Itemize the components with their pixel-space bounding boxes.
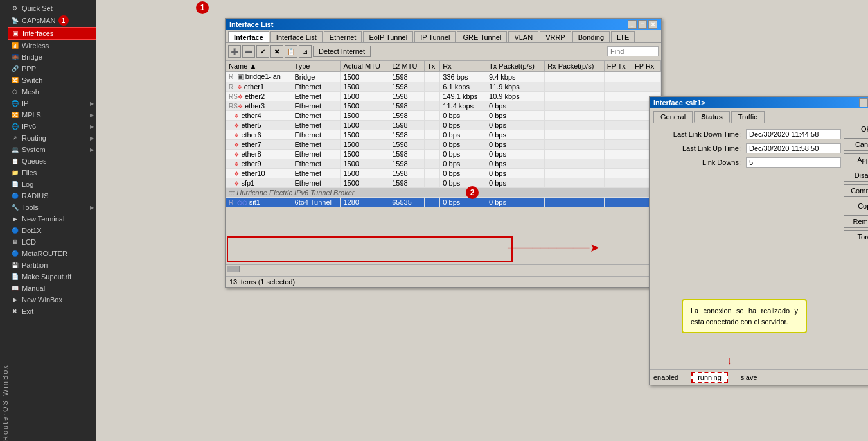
horizontal-scrollbar[interactable] (226, 264, 661, 272)
detect-internet-btn[interactable]: Detect Internet (313, 46, 371, 57)
interface-toolbar: ➕ ➖ ✔ ✖ 📋 ⊿ Detect Internet (226, 43, 661, 60)
add-btn[interactable]: ➕ (228, 45, 241, 58)
sidebar-item-system[interactable]: 💻 System ▶ (8, 144, 96, 155)
torch-button[interactable]: Torch (844, 230, 868, 243)
col-fp-tx[interactable]: FP Tx (604, 61, 632, 72)
table-row[interactable]: R ❖ ether1 Ethernet150015986.1 kbps11.9 … (226, 82, 661, 92)
sidebar-item-bridge[interactable]: 🌉 Bridge (8, 51, 96, 63)
remove-btn-toolbar[interactable]: ➖ (242, 45, 255, 58)
cancel-button[interactable]: Cancel (844, 138, 868, 151)
disable-btn-toolbar[interactable]: ✖ (270, 45, 283, 58)
maximize-btn[interactable]: □ (638, 20, 647, 29)
table-row[interactable]: ❖ sfp1 Ethernet150015980 bps0 bps (226, 178, 661, 188)
tab-eoip-tunnel[interactable]: EoIP Tunnel (363, 31, 413, 42)
col-tx-pps[interactable]: Tx Packet(p/s) (486, 61, 545, 72)
table-row[interactable]: RS❖ ether3 Ethernet1500159811.4 kbps0 bp… (226, 101, 661, 111)
sidebar-item-radius[interactable]: 🔵 RADIUS (8, 190, 96, 202)
table-row[interactable]: ❖ ether4 Ethernet150015980 bps0 bps (226, 111, 661, 121)
col-fp-rx[interactable]: FP Rx (632, 61, 661, 72)
table-row[interactable]: ❖ ether5 Ethernet150015980 bps0 bps (226, 121, 661, 130)
col-rx-pps[interactable]: Rx Packet(p/s) (545, 61, 605, 72)
exit-icon: ✖ (10, 307, 19, 316)
tools-icon: 🔧 (10, 203, 19, 212)
col-type[interactable]: Type (292, 61, 341, 72)
tab-bonding[interactable]: Bonding (572, 31, 610, 42)
sidebar-item-label: Interfaces (22, 30, 53, 37)
sidebar-item-new-terminal[interactable]: ▶ New Terminal (8, 213, 96, 225)
detail-tab-general[interactable]: General (653, 111, 693, 123)
disable-button[interactable]: Disable (844, 169, 868, 182)
sidebar-item-label: Routing (22, 134, 46, 142)
last-link-up-value[interactable] (746, 143, 841, 153)
sidebar-item-ipv6[interactable]: 🌐 IPv6 ▶ (8, 121, 96, 132)
tab-vrrp[interactable]: VRRP (540, 31, 571, 42)
last-link-down-value[interactable] (746, 129, 841, 139)
sidebar-item-files[interactable]: 📁 Files (8, 167, 96, 178)
action-buttons-panel: OK Cancel Apply Disable Comment Copy Rem… (844, 123, 868, 243)
link-downs-value[interactable] (746, 157, 841, 168)
sidebar-item-routing[interactable]: ↗ Routing ▶ (8, 132, 96, 144)
sidebar-item-dot1x[interactable]: 🔵 Dot1X (8, 225, 96, 236)
table-row[interactable]: R ▣ bridge1-lan Bridge15001598336 bps9.4… (226, 72, 661, 82)
sidebar-item-quick-set[interactable]: ⚙ Quick Set (8, 3, 96, 14)
find-input[interactable] (607, 46, 659, 56)
col-actual-mtu[interactable]: Actual MTU (341, 61, 389, 72)
sidebar-item-capsman[interactable]: 📡 CAPsMAN 1 (8, 14, 96, 27)
sidebar-item-label: Manual (22, 284, 45, 292)
sidebar-item-queues[interactable]: 📋 Queues (8, 155, 96, 167)
sidebar-item-interfaces[interactable]: ▣ Interfaces (8, 27, 96, 40)
tab-lte[interactable]: LTE (611, 31, 635, 42)
col-tx[interactable]: Tx (425, 61, 440, 72)
table-row[interactable]: ❖ ether6 Ethernet150015980 bps0 bps (226, 130, 661, 140)
interface-table-container[interactable]: Name ▲ Type Actual MTU L2 MTU Tx Rx Tx P… (226, 60, 661, 264)
sidebar-item-tools[interactable]: 🔧 Tools ▶ (8, 202, 96, 213)
detail-status-bar: enabled running slave (650, 369, 868, 385)
sidebar-item-switch[interactable]: 🔀 Switch (8, 74, 96, 86)
tab-gre-tunnel[interactable]: GRE Tunnel (457, 31, 507, 42)
sidebar-item-metarouter[interactable]: 🔵 MetaROUTER (8, 248, 96, 259)
sidebar-item-ip[interactable]: 🌐 IP ▶ (8, 98, 96, 109)
sidebar-item-exit[interactable]: ✖ Exit (8, 306, 96, 317)
sit1-row[interactable]: R ⬡⬡ sit1 6to4 Tunnel1280655350 bps0 bps (226, 198, 661, 207)
apply-button[interactable]: Apply (844, 153, 868, 166)
sidebar-item-make-supout[interactable]: 📄 Make Supout.rif (8, 271, 96, 282)
sidebar-item-mpls[interactable]: 🔀 MPLS ▶ (8, 109, 96, 121)
table-row[interactable]: ❖ ether10 Ethernet150015980 bps0 bps (226, 169, 661, 178)
table-row[interactable]: ❖ ether9 Ethernet150015980 bps0 bps (226, 159, 661, 169)
sidebar-item-new-winbox[interactable]: ▶ New WinBox (8, 294, 96, 306)
tab-ethernet[interactable]: Ethernet (324, 31, 362, 42)
col-l2-mtu[interactable]: L2 MTU (389, 61, 425, 72)
comment-button[interactable]: Comment (844, 184, 868, 197)
tab-interface-list[interactable]: Interface List (270, 31, 323, 42)
col-rx[interactable]: Rx (440, 61, 486, 72)
enabled-status: enabled (653, 374, 678, 381)
wireless-icon: 📶 (10, 41, 19, 50)
sidebar-item-mesh[interactable]: ⬡ Mesh (8, 86, 96, 98)
col-name[interactable]: Name ▲ (226, 61, 292, 72)
tab-vlan[interactable]: VLAN (508, 31, 538, 42)
sidebar-item-wireless[interactable]: 📶 Wireless (8, 40, 96, 51)
detail-tab-traffic[interactable]: Traffic (731, 111, 765, 123)
detail-minimize-btn[interactable]: _ (859, 98, 868, 107)
table-row[interactable]: RS❖ ether2 Ethernet15001598149.1 kbps10.… (226, 92, 661, 101)
detail-tab-status[interactable]: Status (694, 111, 730, 123)
table-row[interactable]: ❖ ether7 Ethernet150015980 bps0 bps (226, 140, 661, 150)
enable-btn[interactable]: ✔ (256, 45, 269, 58)
copy-btn-toolbar[interactable]: 📋 (285, 45, 297, 58)
sidebar-item-lcd[interactable]: 🖥 LCD (8, 236, 96, 248)
sidebar-item-partition[interactable]: 💾 Partition (8, 259, 96, 271)
table-row[interactable]: ❖ ether8 Ethernet150015980 bps0 bps (226, 150, 661, 159)
close-btn[interactable]: ✕ (648, 20, 657, 29)
sidebar-item-ppp[interactable]: 🔗 PPP (8, 63, 96, 74)
tab-interface[interactable]: Interface (228, 31, 269, 42)
sidebar-item-manual[interactable]: 📖 Manual (8, 282, 96, 294)
filter-btn[interactable]: ⊿ (299, 45, 312, 58)
sidebar-item-log[interactable]: 📄 Log (8, 178, 96, 190)
ok-button[interactable]: OK (844, 123, 868, 135)
tab-ip-tunnel[interactable]: IP Tunnel (414, 31, 456, 42)
remove-button[interactable]: Remove (844, 215, 868, 228)
copy-button[interactable]: Copy (844, 200, 868, 212)
minimize-btn[interactable]: _ (628, 20, 637, 29)
switch-icon: 🔀 (10, 76, 19, 85)
tools-arrow: ▶ (90, 205, 94, 211)
